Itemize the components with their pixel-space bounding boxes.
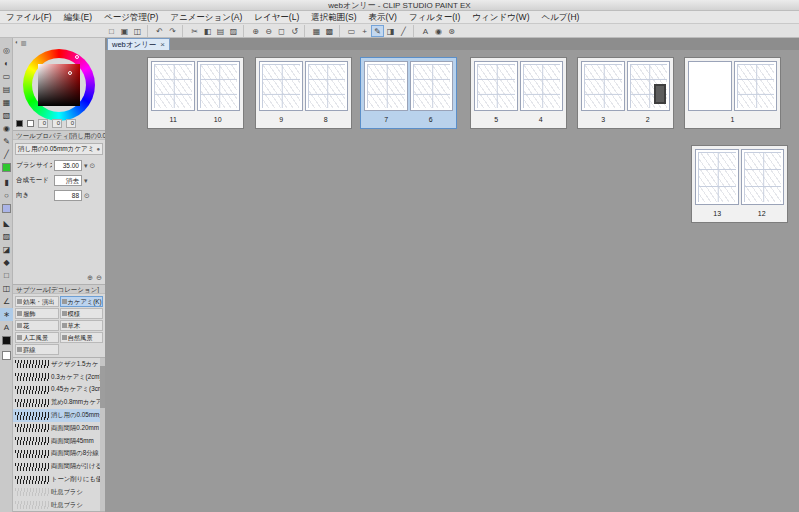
- detail-setting-icon[interactable]: ⊖: [96, 274, 102, 282]
- rotate-icon[interactable]: ↺: [288, 25, 301, 37]
- brush-item[interactable]: 両面間隔0.20mm: [13, 422, 105, 435]
- brush-item[interactable]: 吐息ブラシ: [13, 486, 105, 499]
- pen-icon[interactable]: ✎: [371, 25, 384, 37]
- saturation-value-square[interactable]: [38, 64, 80, 106]
- new-icon[interactable]: □: [105, 25, 118, 37]
- hue-marker[interactable]: [75, 55, 79, 59]
- category-clothing[interactable]: 服飾: [15, 308, 59, 319]
- brush-item[interactable]: 両面間隔45mm: [13, 435, 105, 448]
- sub-color-icon[interactable]: [27, 120, 34, 127]
- frame-icon[interactable]: ◨: [384, 25, 397, 37]
- page-spread-13-12[interactable]: 13 12: [691, 145, 788, 223]
- brush-list-scrollbar[interactable]: [100, 358, 105, 511]
- open-icon[interactable]: ▣: [118, 25, 131, 37]
- hand-tool[interactable]: ◐: [0, 57, 13, 70]
- page-spread-9-8[interactable]: 9 8: [255, 57, 352, 129]
- page-thumb-3[interactable]: [581, 61, 625, 111]
- menu-file[interactable]: ファイル(F): [0, 11, 58, 23]
- category-ruled-line[interactable]: 罫線: [15, 344, 59, 355]
- copy-icon[interactable]: ◧: [201, 25, 214, 37]
- zoom-tool[interactable]: ◎: [0, 44, 13, 57]
- pencil-tool[interactable]: ╱: [0, 148, 13, 161]
- brush-item[interactable]: トーン削りにも使える線: [13, 473, 105, 486]
- brush-item[interactable]: 0.3カケアミ(2cm): [13, 371, 105, 384]
- page-thumb-10[interactable]: [197, 61, 241, 111]
- page-thumb-7[interactable]: [364, 61, 408, 111]
- ruler-tool[interactable]: ∠: [0, 295, 13, 308]
- paste-icon[interactable]: ▤: [214, 25, 227, 37]
- layer-move-tool[interactable]: ▤: [0, 83, 13, 96]
- dropdown-icon[interactable]: ▾: [84, 162, 88, 170]
- page-spread-3-2[interactable]: 3 2: [577, 57, 674, 129]
- brush-item-selected[interactable]: 消し用の0.05mmカケアミ: [13, 409, 105, 422]
- brush-item[interactable]: 0.45カケアミ(3cm): [13, 384, 105, 397]
- move-icon[interactable]: +: [358, 25, 371, 37]
- menu-view[interactable]: 表示(V): [363, 11, 403, 23]
- menu-page-manage[interactable]: ページ管理(P): [98, 11, 164, 23]
- page-spread-5-4[interactable]: 5 4: [470, 57, 567, 129]
- grid-icon[interactable]: ▦: [310, 25, 323, 37]
- sv-marker[interactable]: [68, 71, 72, 75]
- color-slider-tab-icon[interactable]: ▥: [21, 39, 27, 46]
- category-artificial[interactable]: 人工風景: [15, 332, 59, 343]
- zoom-out-icon[interactable]: ⊖: [262, 25, 275, 37]
- direction-input[interactable]: 88: [54, 190, 82, 201]
- source-setting-icon[interactable]: ⊙: [90, 162, 96, 170]
- menu-edit[interactable]: 編集(E): [58, 11, 98, 23]
- eyedropper-icon[interactable]: ◉: [432, 25, 445, 37]
- page-thumb-6[interactable]: [410, 61, 454, 111]
- source-setting-icon[interactable]: ⊙: [84, 192, 90, 200]
- lavender-swatch[interactable]: [0, 204, 13, 217]
- brush-item[interactable]: 吐息ブラシ: [13, 499, 105, 512]
- redo-icon[interactable]: ↷: [166, 25, 179, 37]
- sub-color-swatch[interactable]: [0, 351, 13, 364]
- blend-tool[interactable]: ◆: [0, 256, 13, 269]
- category-plants[interactable]: 草木: [60, 320, 104, 331]
- page-thumb-12[interactable]: [741, 149, 785, 205]
- object-tool[interactable]: ▭: [0, 70, 13, 83]
- line-icon[interactable]: ╱: [397, 25, 410, 37]
- tab-webonly[interactable]: webオンリー ×: [107, 38, 170, 50]
- decoration-tool[interactable]: ∗: [0, 308, 13, 321]
- green-swatch[interactable]: [0, 163, 13, 176]
- airbrush-tool[interactable]: ○: [0, 189, 13, 202]
- fit-screen-icon[interactable]: ◻: [275, 25, 288, 37]
- blend-mode-select[interactable]: 消去: [54, 175, 82, 186]
- page-spread-1[interactable]: 1: [684, 57, 781, 129]
- tab-close-icon[interactable]: ×: [160, 40, 165, 50]
- delete-icon[interactable]: ▨: [227, 25, 240, 37]
- page-thumb-11[interactable]: [151, 61, 195, 111]
- frame-border-tool[interactable]: ◫: [0, 282, 13, 295]
- select-icon[interactable]: ▭: [345, 25, 358, 37]
- menu-animation[interactable]: アニメーション(A): [164, 11, 248, 23]
- dropdown-icon[interactable]: ▾: [84, 177, 88, 185]
- category-effect[interactable]: 効果・演出: [15, 296, 59, 307]
- eraser-tool[interactable]: ◪: [0, 243, 13, 256]
- pen-tool[interactable]: ✎: [0, 135, 13, 148]
- add-setting-icon[interactable]: ⊕: [87, 274, 93, 282]
- brush-tool[interactable]: ▮: [0, 176, 13, 189]
- category-flower[interactable]: 花: [15, 320, 59, 331]
- selection-tool[interactable]: ▦: [0, 96, 13, 109]
- page-thumb-1[interactable]: [734, 61, 778, 111]
- page-thumb-2[interactable]: [627, 61, 671, 111]
- brush-size-input[interactable]: 35.00: [54, 160, 82, 171]
- page-thumb-9[interactable]: [259, 61, 303, 111]
- main-color-swatch[interactable]: [0, 336, 13, 349]
- page-thumb-4[interactable]: [520, 61, 564, 111]
- page-spread-11-10[interactable]: 11 10: [147, 57, 244, 129]
- cut-icon[interactable]: ✂: [188, 25, 201, 37]
- color-wheel-tab-icon[interactable]: ◐: [15, 39, 19, 46]
- page-thumb-8[interactable]: [305, 61, 349, 111]
- lasso-tool[interactable]: ▧: [0, 109, 13, 122]
- page-spread-7-6-selected[interactable]: 7 6: [360, 57, 457, 129]
- category-pattern[interactable]: 模様: [60, 308, 104, 319]
- shape-tool[interactable]: □: [0, 269, 13, 282]
- text-icon[interactable]: A: [419, 25, 432, 37]
- brush-item[interactable]: 両面間隔の8分線: [13, 448, 105, 461]
- settings-icon[interactable]: ⊛: [445, 25, 458, 37]
- category-nature[interactable]: 自然風景: [60, 332, 104, 343]
- text-tool[interactable]: A: [0, 321, 13, 334]
- save-icon[interactable]: ◫: [131, 25, 144, 37]
- undo-icon[interactable]: ↶: [153, 25, 166, 37]
